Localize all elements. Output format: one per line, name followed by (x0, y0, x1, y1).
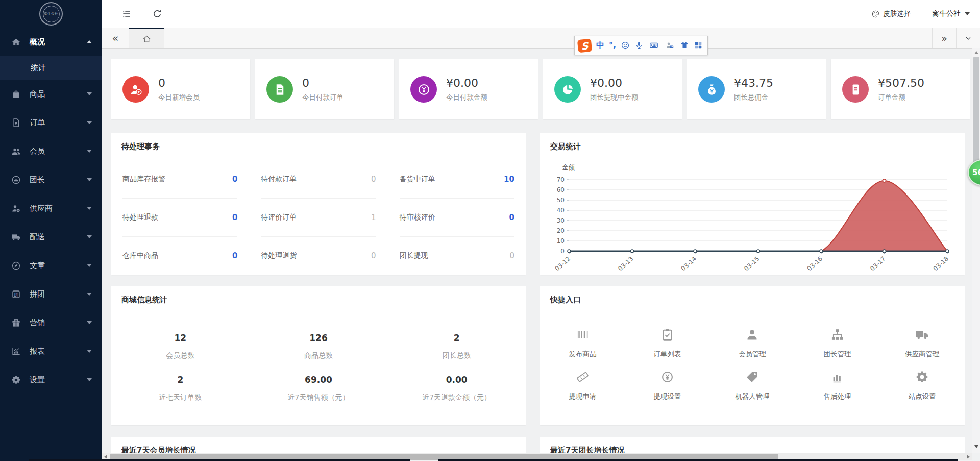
refresh-icon[interactable] (152, 9, 162, 19)
scroll-up-arrow-icon[interactable] (974, 51, 978, 54)
toolbox-grid-icon[interactable] (694, 41, 703, 50)
quick-entry-member-management[interactable]: 会员管理 (710, 317, 795, 359)
stat-card-order-amount: ¥507.50 订单金额 (831, 59, 970, 119)
stat-card-commission: ¥43.75 团长总佣金 (687, 59, 826, 119)
pending-item[interactable]: 待付款订单0 (261, 160, 376, 199)
sidebar-item-delivery[interactable]: 配送 (0, 223, 102, 251)
sidebar-item-goods[interactable]: 商品 (0, 80, 102, 108)
sidebar-item-marketing[interactable]: 营销 (0, 308, 102, 337)
vertical-scrollbar-thumb[interactable] (973, 57, 979, 166)
mall-stat: 2团长总数 (387, 319, 526, 360)
stat-value: ¥507.50 (878, 77, 924, 89)
panel-title: 商城信息统计 (111, 286, 526, 313)
caret-down-icon (87, 207, 92, 210)
stat-value: 0 (158, 77, 200, 89)
panel-title: 最近7天团长增长情况 (540, 437, 965, 453)
svg-text:50: 50 (557, 197, 565, 204)
barcode-icon (576, 328, 590, 342)
tab-home[interactable] (129, 28, 164, 48)
quick-entry-order-list[interactable]: 订单列表 (625, 317, 709, 359)
svg-text:30: 30 (557, 217, 565, 224)
caret-down-icon (87, 235, 92, 238)
scroll-left-arrow-icon[interactable] (104, 455, 107, 459)
trade-stats-panel: 交易统计 010203040506070金额03-1203-1303-1403-… (540, 133, 965, 275)
stat-card-paid-amount: ¥0.00 今日付款金额 (399, 59, 538, 119)
delivery-truck-icon (11, 232, 21, 242)
emoji-icon[interactable] (621, 41, 630, 50)
pending-item[interactable]: 待处理退货0 (261, 237, 376, 275)
pending-item[interactable]: 团长提现0 (400, 237, 514, 275)
quick-entry-panel: 快捷入口 发布商品 订单列表 会员管理 团长管理 供应商管理 提现申请 提现设置… (540, 286, 965, 425)
tabs-menu-button[interactable] (956, 28, 980, 48)
stat-value: ¥0.00 (590, 77, 639, 89)
skin-shirt-icon[interactable] (680, 41, 689, 50)
ime-toolbar: S 中 °, 16 (574, 36, 708, 55)
sidebar-item-settings[interactable]: 设置 (0, 366, 102, 394)
pending-item[interactable]: 待评价订单1 (261, 199, 376, 237)
quick-entry-leader-management[interactable]: 团长管理 (795, 317, 879, 359)
sidebar-item-stats[interactable]: 统计 (0, 56, 102, 80)
sidebar-item-orders[interactable]: 订单 (0, 108, 102, 137)
quick-entry-robot-management[interactable]: 机器人管理 (710, 359, 795, 401)
svg-text:03-14: 03-14 (680, 255, 698, 273)
pending-item[interactable]: 备货中订单10 (400, 160, 514, 199)
palette-icon (871, 10, 880, 18)
scroll-down-arrow-icon[interactable] (974, 445, 978, 448)
ime-lang-mode-icon[interactable]: 中 (596, 41, 604, 50)
quick-entry-withdraw-settings[interactable]: 提现设置 (625, 359, 709, 401)
caret-down-icon (87, 350, 92, 353)
quick-entry-supplier-management[interactable]: 供应商管理 (880, 317, 965, 359)
sogou-logo-icon[interactable]: S (577, 38, 592, 53)
svg-text:16: 16 (670, 45, 673, 48)
caret-down-icon (87, 264, 92, 267)
groupbuy-icon: 拼 (11, 289, 21, 299)
sidebar-item-leaders[interactable]: 团长 (0, 165, 102, 194)
mall-stat: 2近七天订单数 (111, 360, 250, 402)
stat-card-paid-orders: 0 今日付款订单 (255, 59, 394, 119)
sidebar-item-suppliers[interactable]: 供应商 (0, 194, 102, 223)
sidebar-item-groupbuy[interactable]: 拼 拼团 (0, 280, 102, 308)
sidebar-nav: 概况 统计 商品 订单 会员 团长 供应商 (0, 28, 102, 394)
skin-select-button[interactable]: 皮肤选择 (871, 9, 911, 18)
user-plus-icon (129, 83, 143, 96)
ime-punctuation-icon[interactable]: °, (609, 41, 616, 50)
tabs-scroll-left-button[interactable]: « (102, 28, 129, 48)
mic-icon[interactable] (634, 41, 644, 50)
mall-stat: 12会员总数 (111, 319, 250, 360)
pending-item[interactable]: 商品库存报警0 (122, 160, 237, 199)
vertical-scrollbar[interactable] (972, 48, 980, 453)
sidebar-item-articles[interactable]: 文章 (0, 251, 102, 280)
stat-value: ¥0.00 (446, 77, 487, 89)
svg-text:03-16: 03-16 (806, 255, 824, 273)
sidebar-item-overview[interactable]: 概况 (0, 28, 102, 56)
menu-toggle-icon[interactable] (121, 9, 132, 19)
keyboard-icon[interactable] (648, 41, 659, 50)
mall-stats-panel: 商城信息统计 12会员总数 126商品总数 2团长总数 2近七天订单数 69.0… (111, 286, 526, 425)
sidebar-item-reports[interactable]: 报表 (0, 337, 102, 366)
scroll-right-arrow-icon[interactable] (967, 455, 970, 459)
svg-text:10: 10 (557, 237, 565, 245)
caret-up-icon (87, 40, 92, 43)
quick-entry-withdraw-apply[interactable]: 提现申请 (540, 359, 625, 401)
pending-item[interactable]: 仓库中商品0 (122, 237, 237, 275)
quick-entry-aftersale[interactable]: 售后处理 (795, 359, 879, 401)
article-compass-icon (11, 261, 21, 271)
user-menu[interactable]: 窝牛公社 (932, 9, 970, 18)
yen-circle-icon (417, 83, 431, 96)
profile-16-icon[interactable]: 16 (664, 41, 675, 50)
report-chart-icon (11, 347, 21, 356)
logo-text: 窝牛公社 (43, 6, 60, 22)
order-amount-icon (849, 83, 863, 96)
svg-text:70: 70 (557, 176, 565, 183)
tabs-scroll-right-button[interactable]: » (932, 28, 956, 48)
panel-title: 待处理事务 (111, 133, 526, 160)
pending-item[interactable]: 待审核评价0 (400, 199, 514, 237)
quick-entry-publish-goods[interactable]: 发布商品 (540, 317, 625, 359)
sidebar-item-members[interactable]: 会员 (0, 137, 102, 165)
yen-setting-icon (660, 370, 674, 384)
stat-card-new-members: 0 今日新增会员 (111, 59, 250, 119)
svg-text:0: 0 (560, 248, 565, 255)
pending-item[interactable]: 待处理退款0 (122, 199, 237, 237)
quick-entry-site-settings[interactable]: 站点设置 (880, 359, 965, 401)
caret-down-icon (87, 92, 92, 95)
